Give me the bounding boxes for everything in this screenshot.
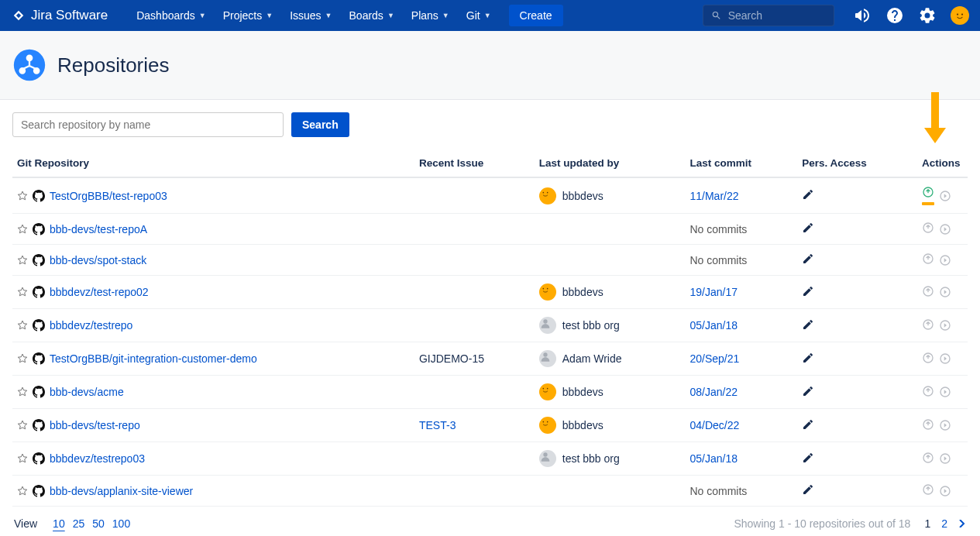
clone-action-icon[interactable] (922, 253, 934, 265)
edit-access-icon[interactable] (802, 418, 814, 431)
reindex-action-icon[interactable] (939, 452, 951, 465)
reindex-action-icon[interactable] (939, 485, 951, 497)
edit-access-icon[interactable] (802, 483, 814, 496)
gear-icon[interactable] (918, 6, 937, 25)
repo-search-input[interactable] (12, 112, 284, 137)
commit-link[interactable]: 04/Dec/22 (689, 419, 739, 431)
star-icon[interactable] (17, 224, 28, 235)
repo-link[interactable]: bbbdevz/testrepo03 (50, 452, 145, 465)
page-size-option[interactable]: 50 (92, 517, 105, 530)
star-icon[interactable] (17, 320, 28, 331)
commit-link[interactable]: 05/Jan/18 (689, 319, 738, 332)
star-icon[interactable] (17, 420, 28, 431)
page-size-option[interactable]: 10 (53, 517, 65, 530)
updated-by-name: test bbb org (562, 319, 620, 332)
svg-point-16 (547, 388, 548, 390)
star-icon[interactable] (17, 255, 28, 266)
commit-link[interactable]: 05/Jan/18 (689, 452, 738, 465)
repo-link[interactable]: TestOrgBBB/git-integration-customer-demo (50, 352, 257, 365)
repo-link[interactable]: bbb-devs/applanix-site-viewer (50, 485, 193, 497)
clone-action-icon[interactable] (922, 285, 934, 297)
col-header-repo[interactable]: Git Repository (12, 149, 414, 177)
clone-action-icon[interactable] (922, 318, 934, 331)
clone-action-icon[interactable] (922, 352, 934, 364)
github-icon (33, 190, 45, 202)
clone-action-icon[interactable] (922, 418, 934, 431)
col-header-commit[interactable]: Last commit (685, 149, 797, 177)
svg-point-17 (542, 421, 544, 423)
star-icon[interactable] (17, 453, 28, 464)
svg-point-14 (543, 352, 547, 356)
nav-item-dashboards[interactable]: Dashboards▼ (129, 5, 212, 26)
user-avatar[interactable] (951, 6, 969, 25)
svg-point-18 (547, 421, 548, 423)
table-row: bbb-devs/test-repo TEST-3 bbbdevs 04/Dec… (12, 409, 968, 442)
edit-access-icon[interactable] (802, 318, 814, 331)
next-page-icon[interactable] (958, 517, 966, 530)
nav-item-projects[interactable]: Projects▼ (216, 5, 280, 26)
nav-item-boards[interactable]: Boards▼ (342, 5, 401, 26)
repo-link[interactable]: bbb-devs/test-repo (50, 419, 140, 431)
page-size-option[interactable]: 100 (112, 517, 130, 530)
nav-item-git[interactable]: Git▼ (459, 5, 498, 26)
clone-action-icon[interactable] (922, 186, 934, 198)
global-search-input[interactable] (728, 9, 826, 22)
clone-action-icon[interactable] (922, 385, 934, 397)
issue-link[interactable]: GIJDEMO-15 (419, 352, 484, 365)
reindex-action-icon[interactable] (939, 319, 951, 332)
commit-link[interactable]: 11/Mar/22 (689, 190, 738, 202)
page-number[interactable]: 2 (941, 517, 947, 530)
star-icon[interactable] (17, 353, 28, 364)
clone-action-icon[interactable] (922, 452, 934, 464)
edit-access-icon[interactable] (802, 452, 814, 464)
issue-link[interactable]: TEST-3 (419, 419, 456, 431)
create-button[interactable]: Create (509, 5, 563, 26)
content: Search Git Repository Recent Issue Last … (0, 100, 980, 536)
reindex-action-icon[interactable] (939, 386, 951, 398)
global-search[interactable] (703, 5, 834, 26)
nav-item-plans[interactable]: Plans▼ (404, 5, 456, 26)
commit-link[interactable]: 19/Jan/17 (689, 286, 738, 298)
page-size-option[interactable]: 25 (73, 517, 85, 530)
reindex-action-icon[interactable] (939, 419, 951, 431)
repo-link[interactable]: bbbdevz/testrepo (50, 319, 132, 332)
repo-link[interactable]: bbb-devs/acme (50, 386, 124, 398)
repo-link[interactable]: bbb-devs/spot-stack (50, 254, 146, 266)
table-row: bbbdevz/testrepo03 test bbb org 05/Jan/1… (12, 442, 968, 476)
nav-item-issues[interactable]: Issues▼ (283, 5, 339, 26)
toolbar: Search (12, 112, 968, 137)
edit-access-icon[interactable] (802, 352, 814, 364)
commit-link[interactable]: 20/Sep/21 (689, 352, 739, 365)
reindex-action-icon[interactable] (939, 352, 951, 365)
edit-access-icon[interactable] (802, 188, 814, 201)
reindex-action-icon[interactable] (939, 223, 951, 235)
repo-table: Git Repository Recent Issue Last updated… (12, 149, 968, 507)
reindex-action-icon[interactable] (939, 190, 951, 202)
edit-access-icon[interactable] (802, 285, 814, 297)
col-header-updated[interactable]: Last updated by (535, 149, 686, 177)
reindex-action-icon[interactable] (939, 286, 951, 298)
col-header-issue[interactable]: Recent Issue (414, 149, 535, 177)
clone-action-icon[interactable] (922, 483, 934, 496)
svg-point-3 (961, 13, 963, 15)
col-header-access[interactable]: Pers. Access (797, 149, 917, 177)
star-icon[interactable] (17, 191, 28, 201)
nav-item-label: Projects (223, 9, 263, 22)
edit-access-icon[interactable] (802, 385, 814, 397)
repo-link[interactable]: bbb-devs/test-repoA (50, 223, 147, 235)
page-number[interactable]: 1 (924, 517, 930, 530)
repo-link[interactable]: TestOrgBBB/test-repo03 (50, 190, 167, 202)
repo-link[interactable]: bbbdevz/test-repo02 (50, 286, 149, 298)
commit-link[interactable]: 08/Jan/22 (689, 386, 738, 398)
brand[interactable]: Jira Software (11, 8, 108, 23)
star-icon[interactable] (17, 387, 28, 397)
megaphone-icon[interactable] (853, 6, 872, 25)
clone-action-icon[interactable] (922, 222, 934, 234)
edit-access-icon[interactable] (802, 253, 814, 265)
star-icon[interactable] (17, 287, 28, 297)
search-button[interactable]: Search (291, 112, 349, 137)
edit-access-icon[interactable] (802, 222, 814, 234)
reindex-action-icon[interactable] (939, 254, 951, 266)
star-icon[interactable] (17, 486, 28, 496)
help-icon[interactable] (885, 6, 904, 25)
